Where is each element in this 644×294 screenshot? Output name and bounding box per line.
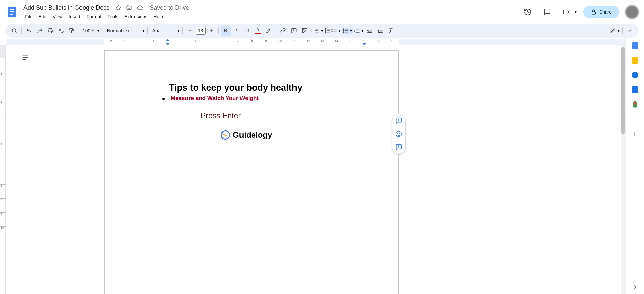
chevron-down-icon: ▼ (142, 29, 145, 33)
ruler-tick: 2 (164, 39, 171, 45)
comments-header-icon[interactable] (540, 5, 554, 19)
font-size-input[interactable]: 13 (196, 27, 206, 35)
bullet-icon (162, 98, 165, 100)
menu-format[interactable]: Format (84, 13, 104, 21)
line-spacing-button[interactable] (324, 28, 330, 34)
suggest-edit-icon[interactable] (395, 144, 402, 151)
keep-sidepanel-icon[interactable] (632, 57, 638, 64)
meet-group[interactable]: ▼ (560, 5, 577, 19)
page-scroll-area[interactable]: Tips to keep your body healthy Measure a… (6, 45, 625, 294)
menu-tools[interactable]: Tools (105, 13, 121, 21)
menu-help[interactable]: Help (151, 13, 166, 21)
add-comment-floating-icon[interactable] (395, 117, 402, 124)
menu-insert[interactable]: Insert (66, 13, 83, 21)
doc-heading[interactable]: Tips to keep your body healthy (169, 83, 366, 93)
menu-view[interactable]: View (50, 13, 65, 21)
text-color-button[interactable]: A (253, 26, 263, 36)
docs-logo-icon[interactable] (5, 5, 19, 19)
menu-edit[interactable]: Edit (36, 13, 49, 21)
lock-icon (591, 9, 597, 15)
bold-button[interactable]: B (221, 26, 231, 36)
italic-button[interactable]: I (231, 26, 241, 36)
underline-button[interactable]: U (242, 26, 252, 36)
text-cursor (213, 103, 213, 111)
ruler-tick: 16 (361, 39, 368, 45)
font-family-select[interactable]: Arial ▼ (150, 28, 180, 33)
addons-plus-icon[interactable]: + (633, 130, 637, 138)
svg-rect-3 (10, 13, 14, 13)
clear-formatting-icon[interactable] (386, 26, 396, 36)
separator (79, 27, 79, 34)
document-page[interactable]: Tips to keep your body healthy Measure a… (104, 50, 399, 294)
tasks-sidepanel-icon[interactable] (632, 72, 638, 78)
numbered-list-button[interactable]: 123▼ (354, 28, 364, 34)
separator (312, 27, 312, 34)
decrease-font-size[interactable] (185, 26, 195, 36)
ruler-tick: 18 (389, 39, 396, 45)
print-icon[interactable] (45, 26, 55, 36)
svg-rect-1 (10, 9, 14, 10)
undo-icon[interactable] (24, 26, 34, 36)
contacts-sidepanel-icon[interactable] (632, 86, 638, 93)
redo-icon[interactable] (35, 26, 45, 36)
ruler-tick: 5 (0, 156, 6, 160)
font-family-value: Arial (150, 28, 176, 33)
saved-status: Saved to Drive (150, 4, 189, 11)
vertical-ruler[interactable]: 112345678910 (0, 45, 6, 294)
menu-extensions[interactable]: Extensions (122, 13, 150, 21)
spellcheck-icon[interactable] (56, 26, 66, 36)
search-menus-icon[interactable] (9, 26, 19, 36)
chevron-down-icon: ▼ (349, 29, 353, 33)
add-comment-icon[interactable] (289, 26, 299, 36)
outline-toggle-icon[interactable] (18, 51, 32, 64)
horizontal-ruler[interactable]: 21123456789101112131415161718 (6, 39, 625, 45)
ruler-tick: 9 (263, 39, 269, 45)
cloud-saved-icon[interactable] (137, 4, 144, 11)
scrollbar-thumb[interactable] (621, 47, 625, 134)
insert-link-icon[interactable] (278, 26, 288, 36)
chevron-down-icon: ▼ (361, 29, 364, 33)
share-button[interactable]: Share (583, 6, 619, 18)
paint-format-icon[interactable] (67, 26, 77, 36)
bulleted-list-button[interactable]: ▼ (342, 28, 353, 34)
editing-mode-button[interactable]: ▼ (610, 28, 620, 34)
vertical-scrollbar[interactable] (621, 45, 625, 294)
menu-file[interactable]: File (22, 13, 35, 21)
svg-rect-0 (8, 7, 16, 17)
history-icon[interactable] (521, 5, 534, 19)
svg-rect-8 (592, 12, 595, 14)
calendar-sidepanel-icon[interactable] (632, 42, 638, 49)
move-icon[interactable] (126, 5, 132, 11)
align-button[interactable]: ▼ (314, 28, 324, 34)
ruler-tick (0, 58, 6, 58)
star-icon[interactable] (115, 5, 121, 11)
meet-icon[interactable] (560, 5, 573, 19)
maps-sidepanel-icon[interactable] (633, 101, 637, 108)
collapse-toolbar-icon[interactable] (625, 26, 635, 36)
bullet-list: Measure and Watch Your Weight (162, 95, 366, 111)
highlight-color-button[interactable] (264, 26, 274, 36)
chevron-down-icon[interactable]: ▼ (574, 10, 577, 14)
hide-sidepanel-icon[interactable] (632, 284, 638, 290)
toolbar-wrap: 100% ▼ Normal text ▼ Arial ▼ 13 B I U A … (0, 21, 644, 38)
svg-text:3: 3 (354, 32, 356, 34)
increase-indent-icon[interactable] (375, 26, 385, 36)
document-title[interactable]: Add Sub Bullets in Google Docs (21, 4, 111, 12)
list-item[interactable]: Measure and Watch Your Weight (162, 95, 366, 102)
emoji-reaction-icon[interactable] (395, 130, 402, 138)
annotation-text: Press Enter (201, 111, 366, 120)
ruler-tick: 10 (0, 226, 6, 230)
decrease-indent-icon[interactable] (365, 26, 375, 36)
avatar[interactable] (625, 5, 639, 19)
increase-font-size[interactable] (206, 26, 216, 36)
ruler-tick: 17 (375, 39, 382, 45)
svg-rect-4 (10, 14, 13, 15)
chevron-down-icon: ▼ (177, 29, 180, 33)
paragraph-style-select[interactable]: Normal text ▼ (104, 28, 145, 33)
checklist-button[interactable]: ▼ (331, 28, 341, 34)
insert-image-icon[interactable] (300, 26, 310, 36)
bullet-text[interactable]: Measure and Watch Your Weight (171, 95, 259, 102)
chevron-down-icon: ▼ (97, 29, 100, 33)
zoom-select[interactable]: 100% ▼ (81, 28, 100, 33)
ruler-tick: 7 (234, 39, 241, 45)
